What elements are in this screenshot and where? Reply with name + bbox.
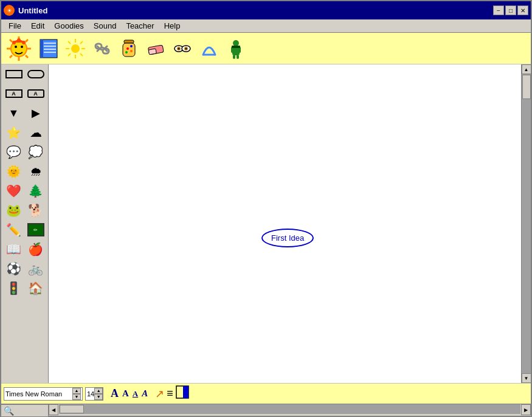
text-outlined-tool[interactable]: A <box>26 85 46 102</box>
svg-line-7 <box>26 55 28 58</box>
svg-point-12 <box>12 41 16 44</box>
thought-bubble-tool[interactable]: 💭 <box>26 143 46 160</box>
svg-point-10 <box>15 46 17 48</box>
bottom-toolbar: Times New Roman ▲ ▼ 14 ▲ ▼ A A A A ↗ ≡ <box>1 383 531 404</box>
star-tool[interactable]: ⭐ <box>4 124 24 141</box>
align-tool-button[interactable]: ≡ <box>167 387 173 400</box>
scroll-up-button[interactable]: ▲ <box>522 64 531 74</box>
scroll-right-button[interactable]: ▶ <box>521 404 531 415</box>
bottom-right-tools: ↗ ≡ <box>155 385 189 402</box>
arc-tool[interactable] <box>197 36 221 61</box>
menu-goodies[interactable]: Goodies <box>49 20 88 32</box>
font-size-up-arrow[interactable]: ▲ <box>94 388 103 394</box>
menu-sound[interactable]: Sound <box>89 20 122 32</box>
h-scroll-thumb[interactable] <box>60 405 84 413</box>
menu-bar: File Edit Goodies Sound Teacher Help <box>1 19 531 33</box>
rain-clip[interactable]: 🌧 <box>26 163 46 180</box>
text-italic-button[interactable]: A <box>142 388 148 399</box>
idea-node[interactable]: First Idea <box>261 229 314 247</box>
font-name: Times New Roman <box>5 390 62 398</box>
mascot-sun[interactable] <box>4 33 34 64</box>
svg-point-14 <box>22 41 26 44</box>
svg-point-45 <box>185 47 187 49</box>
traffic-light-clip[interactable]: 🚦 <box>4 280 24 297</box>
idea-node-text: First Idea <box>271 233 304 243</box>
eyes-tool[interactable] <box>170 36 195 61</box>
menu-help[interactable]: Help <box>159 20 185 32</box>
menu-file[interactable]: File <box>4 20 26 32</box>
font-arrows[interactable]: ▲ ▼ <box>72 388 81 400</box>
person-tool[interactable] <box>224 36 248 61</box>
scroll-track[interactable] <box>522 74 531 373</box>
h-scroll-track[interactable] <box>59 404 520 414</box>
cloud-tool[interactable]: ☁ <box>26 124 46 141</box>
scroll-thumb[interactable] <box>522 75 531 99</box>
sun-clip[interactable]: 🌞 <box>4 163 24 180</box>
house-clip[interactable]: 🏠 <box>26 280 46 297</box>
text-tool[interactable]: A <box>4 85 24 102</box>
arrow-right-tool[interactable]: ▶ <box>26 105 46 122</box>
svg-line-28 <box>80 41 83 44</box>
dog-clip[interactable]: 🐕 <box>26 202 46 219</box>
canvas[interactable]: First Idea <box>49 64 521 383</box>
font-selector[interactable]: Times New Roman ▲ ▼ <box>4 387 83 401</box>
magnifier-icon[interactable]: 🔍 <box>4 406 14 416</box>
frog-clip[interactable]: 🐸 <box>4 202 24 219</box>
jar-tool[interactable] <box>117 36 141 61</box>
scroll-down-button[interactable]: ▼ <box>522 373 531 383</box>
close-button[interactable]: ✕ <box>517 5 528 15</box>
svg-rect-55 <box>183 386 188 398</box>
app-icon: ☀ <box>4 5 15 16</box>
eraser-tool[interactable] <box>143 36 168 61</box>
apple-clip[interactable]: 🍎 <box>26 241 46 258</box>
svg-point-35 <box>130 45 133 47</box>
svg-rect-39 <box>148 49 156 55</box>
rect-tool[interactable] <box>4 66 24 83</box>
svg-point-21 <box>71 44 80 53</box>
sparkle-tool[interactable] <box>63 36 88 61</box>
text-small-button[interactable]: A <box>133 389 138 399</box>
text-medium-button[interactable]: A <box>122 388 129 399</box>
sidebar-row-arrows: ▼ ▶ <box>1 103 48 123</box>
font-size-arrows[interactable]: ▲ ▼ <box>94 388 103 400</box>
text-normal-button[interactable]: A <box>111 387 119 400</box>
font-size-box[interactable]: 14 ▲ ▼ <box>85 387 103 401</box>
heart-clip[interactable]: ❤️ <box>4 182 24 199</box>
notebook-tool[interactable] <box>36 36 61 61</box>
bike-clip[interactable]: 🚲 <box>26 260 46 277</box>
font-size: 14 <box>87 390 94 398</box>
maximize-button[interactable]: □ <box>505 5 516 15</box>
svg-line-27 <box>80 53 83 56</box>
font-size-down-arrow[interactable]: ▼ <box>94 394 103 400</box>
font-up-arrow[interactable]: ▲ <box>72 388 81 394</box>
svg-point-37 <box>130 50 133 52</box>
text-style-tools: A A A A <box>111 387 148 400</box>
speech-bubble-tool[interactable]: 💬 <box>4 143 24 160</box>
arrow-tool-button[interactable]: ↗ <box>155 387 164 401</box>
scroll-left-button[interactable]: ◀ <box>49 404 58 415</box>
title-bar-left: ☀ Untitled <box>4 5 47 16</box>
svg-rect-16 <box>40 40 43 58</box>
sidebar-row-nature: ❤️ 🌲 <box>1 181 48 201</box>
link-tool[interactable] <box>90 36 114 61</box>
sidebar-row-sports: ⚽ 🚲 <box>1 259 48 278</box>
menu-teacher[interactable]: Teacher <box>121 20 159 32</box>
rounded-rect-tool[interactable] <box>26 66 46 83</box>
menu-edit[interactable]: Edit <box>26 20 49 32</box>
arrow-down-tool[interactable]: ▼ <box>4 105 24 122</box>
tree-clip[interactable]: 🌲 <box>26 182 46 199</box>
sidebar-row-animals: 🐸 🐕 <box>1 201 48 220</box>
svg-rect-33 <box>123 43 135 57</box>
svg-rect-51 <box>233 55 235 59</box>
pencil-clip[interactable]: ✏️ <box>4 221 24 238</box>
title-bar: ☀ Untitled − □ ✕ <box>1 1 531 19</box>
book-clip[interactable]: 📖 <box>4 241 24 258</box>
svg-line-6 <box>10 40 12 42</box>
minimize-button[interactable]: − <box>493 5 504 15</box>
main-area: A A ▼ ▶ ⭐ ☁ 💬 💭 � <box>1 64 531 383</box>
box-tool-button[interactable] <box>176 385 189 402</box>
chalkboard-clip[interactable]: ✏ <box>26 221 46 238</box>
soccer-clip[interactable]: ⚽ <box>4 260 24 277</box>
font-down-arrow[interactable]: ▼ <box>72 394 81 400</box>
svg-rect-32 <box>124 40 134 43</box>
